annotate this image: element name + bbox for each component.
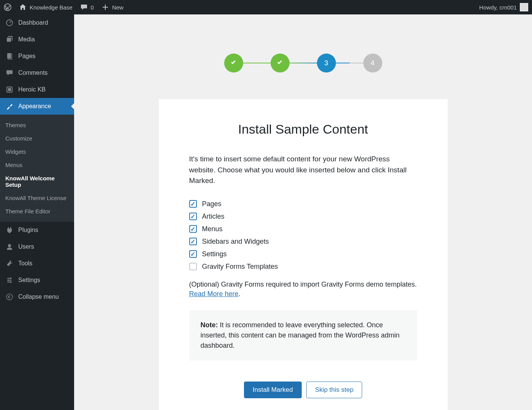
admin-topbar: Knowledge Base 0 New Howdy, crn001	[0, 0, 532, 14]
sidebar-label: Dashboard	[18, 19, 48, 26]
heroic-kb-icon	[5, 85, 14, 94]
check-label: Pages	[202, 200, 222, 208]
check-item-menus: Menus	[189, 223, 417, 235]
checkbox-pages[interactable]	[189, 200, 197, 208]
step-2-done	[271, 54, 290, 73]
sidebar-label: Users	[18, 243, 34, 250]
submenu-item-theme-editor[interactable]: Theme File Editor	[0, 205, 74, 218]
submenu-item-knowall-license[interactable]: KnowAll Theme License	[0, 191, 74, 205]
progress-stepper: 3 4	[159, 54, 448, 73]
wp-logo[interactable]	[4, 3, 11, 11]
howdy-text: Howdy, crn001	[479, 4, 517, 11]
step-4-pending: 4	[363, 54, 382, 73]
sidebar-item-tools[interactable]: Tools	[0, 255, 74, 272]
check-item-articles: Articles	[189, 210, 417, 223]
tools-icon	[5, 259, 14, 268]
sidebar-item-media[interactable]: Media	[0, 31, 74, 48]
submenu-item-themes[interactable]: Themes	[0, 118, 74, 132]
svg-point-9	[10, 278, 11, 279]
plugins-icon	[5, 226, 14, 234]
dashboard-icon	[5, 19, 14, 27]
new-content-link[interactable]: New	[101, 3, 124, 11]
sidebar-item-heroic-kb[interactable]: Heroic KB	[0, 81, 74, 98]
svg-point-0	[4, 4, 11, 11]
sidebar-item-settings[interactable]: Settings	[0, 272, 74, 289]
media-icon	[5, 35, 14, 44]
note-text: It is recommended to leave everything se…	[201, 321, 400, 349]
sidebar-label: Appearance	[18, 103, 51, 110]
comment-count: 0	[91, 4, 94, 11]
checkbox-gravity[interactable]	[189, 263, 197, 270]
step-1-done	[224, 54, 243, 73]
users-icon	[5, 243, 14, 251]
main-content: 3 4 Install Sample Content It's time to …	[74, 14, 532, 410]
optional-note: (Optional) Gravity Forms required to imp…	[189, 280, 417, 299]
check-item-pages: Pages	[189, 198, 417, 210]
appearance-submenu: Themes Customize Widgets Menus KnowAll W…	[0, 115, 74, 222]
collapse-icon	[5, 293, 14, 301]
sidebar-label: Tools	[18, 260, 32, 267]
check-label: Articles	[202, 213, 225, 221]
sidebar-label: Pages	[18, 53, 35, 60]
optional-suffix: .	[239, 290, 241, 298]
skip-step-button[interactable]: Skip this step	[306, 382, 362, 398]
action-buttons: Install Marked Skip this step	[189, 382, 417, 398]
settings-icon	[5, 276, 14, 284]
svg-point-10	[8, 279, 9, 281]
install-marked-button[interactable]: Install Marked	[244, 382, 302, 398]
collapse-label: Collapse menu	[18, 293, 59, 300]
avatar	[520, 3, 528, 11]
wordpress-icon	[4, 3, 11, 11]
sidebar-label: Plugins	[18, 227, 38, 233]
sidebar-item-plugins[interactable]: Plugins	[0, 222, 74, 238]
check-item-gravity: Gravity Forms Templates	[189, 260, 417, 273]
plus-icon	[101, 3, 109, 11]
sidebar-label: Heroic KB	[18, 86, 46, 93]
site-name-label: Knowledge Base	[30, 4, 73, 11]
svg-point-8	[8, 244, 11, 247]
sidebar-item-appearance[interactable]: Appearance	[0, 98, 74, 115]
checkbox-sidebars[interactable]	[189, 238, 197, 245]
home-icon	[19, 3, 27, 11]
svg-point-11	[10, 281, 11, 283]
appearance-icon	[5, 102, 14, 110]
submenu-item-menus[interactable]: Menus	[0, 158, 74, 172]
sidebar-label: Settings	[18, 277, 40, 284]
comment-icon	[80, 3, 88, 11]
intro-text: It's time to insert some default content…	[189, 154, 417, 186]
note-label: Note:	[201, 321, 218, 329]
check-label: Menus	[202, 225, 223, 233]
sidebar-item-users[interactable]: Users	[0, 238, 74, 255]
pages-icon	[5, 52, 14, 60]
check-label: Settings	[202, 250, 227, 258]
checkbox-menus[interactable]	[189, 225, 197, 233]
step-3-current: 3	[317, 54, 336, 73]
collapse-menu[interactable]: Collapse menu	[0, 289, 74, 305]
connector-3-4	[336, 63, 363, 63]
check-item-sidebars: Sidebars and Widgets	[189, 235, 417, 248]
checkbox-settings[interactable]	[189, 250, 197, 258]
submenu-item-knowall-welcome[interactable]: KnowAll Welcome Setup	[0, 172, 74, 191]
submenu-item-customize[interactable]: Customize	[0, 132, 74, 145]
note-box: Note: It is recommended to leave everyth…	[189, 310, 417, 361]
check-label: Sidebars and Widgets	[202, 238, 269, 246]
connector-1-2	[243, 63, 271, 63]
sidebar-label: Media	[18, 36, 35, 43]
sidebar-label: Comments	[18, 69, 48, 76]
sidebar-item-dashboard[interactable]: Dashboard	[0, 14, 74, 31]
account-link[interactable]: Howdy, crn001	[479, 3, 528, 11]
sidebar-item-pages[interactable]: Pages	[0, 48, 74, 65]
sidebar-item-comments[interactable]: Comments	[0, 65, 74, 81]
check-item-settings: Settings	[189, 248, 417, 260]
comments-link[interactable]: 0	[80, 3, 94, 11]
submenu-item-widgets[interactable]: Widgets	[0, 145, 74, 158]
admin-sidebar: Dashboard Media Pages Comments Heroic KB…	[0, 14, 74, 410]
checkbox-articles[interactable]	[189, 213, 197, 220]
site-name-link[interactable]: Knowledge Base	[19, 3, 73, 11]
new-label: New	[112, 4, 124, 11]
svg-point-3	[8, 39, 10, 40]
check-label: Gravity Forms Templates	[202, 263, 278, 271]
connector-2-3	[290, 63, 317, 63]
svg-rect-7	[8, 88, 11, 91]
read-more-link[interactable]: Read More here	[189, 290, 239, 298]
